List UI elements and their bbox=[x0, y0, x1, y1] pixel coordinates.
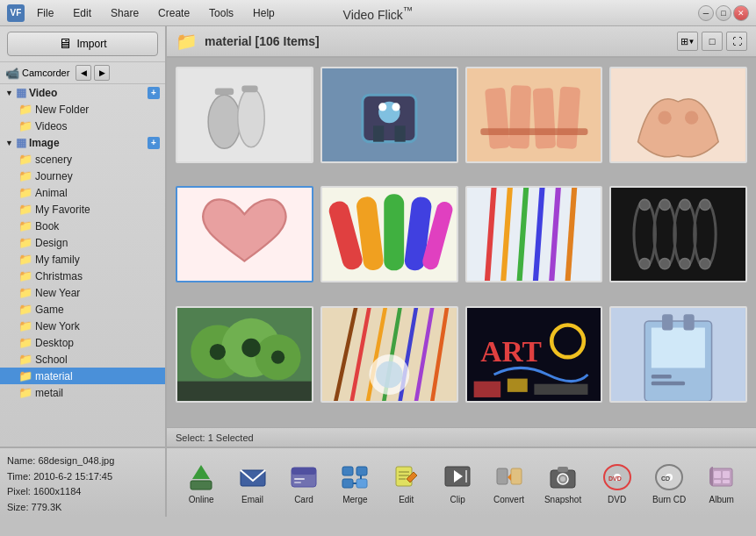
svg-point-52 bbox=[210, 343, 226, 359]
svg-rect-118 bbox=[723, 471, 730, 478]
sidebar-item-new-year[interactable]: 📁 New Year bbox=[0, 284, 165, 301]
snapshot-button[interactable]: Snapshot bbox=[539, 459, 587, 507]
sidebar-item-desktop[interactable]: 📁 Desktop bbox=[0, 334, 165, 351]
folder-icon: 📁 bbox=[18, 286, 32, 299]
nav-forward-button[interactable]: ▶ bbox=[94, 65, 110, 81]
edit-button[interactable]: Edit bbox=[385, 459, 428, 507]
album-icon bbox=[706, 461, 738, 493]
sidebar-item-label: Design bbox=[35, 237, 68, 249]
sidebar-item-new-york[interactable]: 📁 New York bbox=[0, 318, 165, 334]
folder-icon: 📁 bbox=[18, 219, 32, 232]
album-button[interactable]: Album bbox=[701, 459, 743, 507]
thumbnail-item[interactable]: ART bbox=[465, 306, 603, 403]
thumb-image-12 bbox=[611, 306, 745, 403]
clip-button[interactable]: Clip bbox=[436, 459, 479, 507]
nav-back-button[interactable]: ◀ bbox=[76, 65, 91, 81]
sidebar-item-design[interactable]: 📁 Design bbox=[0, 234, 165, 251]
thumbnail-grid[interactable]: ART bbox=[167, 58, 756, 427]
sidebar-item-christmas[interactable]: 📁 Christmas bbox=[0, 268, 165, 284]
card-button[interactable]: Card bbox=[283, 459, 325, 507]
sidebar-item-animal[interactable]: 📁 Animal bbox=[0, 184, 165, 201]
sidebar-item-scenery[interactable]: 📁 scenery bbox=[0, 151, 165, 168]
merge-button[interactable]: Merge bbox=[334, 459, 376, 507]
grid-view-button[interactable]: ⊞ ▼ bbox=[677, 32, 698, 51]
folder-icon: 📁 bbox=[18, 303, 32, 316]
file-name: Name: 68design_048.jpg bbox=[7, 454, 158, 469]
thumbnail-item[interactable] bbox=[465, 67, 603, 163]
section-video[interactable]: ▼ ▦ Video + bbox=[0, 84, 165, 101]
folder-icon: 📁 bbox=[18, 369, 32, 382]
video-section-icon: ▦ bbox=[16, 86, 26, 99]
import-button[interactable]: 🖥 Import bbox=[7, 32, 158, 56]
menu-create[interactable]: Create bbox=[151, 5, 197, 21]
sidebar-item-videos[interactable]: 📁 Videos bbox=[0, 118, 165, 134]
menu-help[interactable]: Help bbox=[246, 5, 282, 21]
svg-point-46 bbox=[680, 259, 690, 269]
minimize-button[interactable]: ─ bbox=[698, 5, 714, 21]
tree-scroll[interactable]: ▼ ▦ Video + 📁 New Folder 📁 Videos ▼ ▦ Im… bbox=[0, 84, 165, 447]
sidebar-item-my-favorite[interactable]: 📁 My Favorite bbox=[0, 201, 165, 218]
svg-rect-117 bbox=[714, 471, 721, 478]
single-icon: □ bbox=[709, 36, 716, 46]
thumbnail-item[interactable] bbox=[320, 186, 458, 282]
menu-edit[interactable]: Edit bbox=[66, 5, 98, 21]
thumbnail-item[interactable] bbox=[609, 306, 747, 403]
sidebar-item-material[interactable]: 📁 material bbox=[0, 368, 165, 384]
file-pixel: Pixel: 1600x1184 bbox=[7, 484, 158, 500]
folder-icon: 📁 bbox=[18, 169, 32, 182]
single-view-button[interactable]: □ bbox=[702, 32, 723, 51]
maximize-button[interactable]: □ bbox=[716, 5, 731, 21]
image-add-button[interactable]: + bbox=[148, 137, 160, 149]
online-button[interactable]: Online bbox=[180, 459, 222, 507]
convert-button[interactable]: Convert bbox=[488, 459, 530, 507]
folder-icon: 📁 bbox=[18, 203, 32, 216]
svg-text:ART: ART bbox=[480, 334, 542, 367]
section-image[interactable]: ▼ ▦ Image + bbox=[0, 134, 165, 151]
sidebar-item-new-folder[interactable]: 📁 New Folder bbox=[0, 101, 165, 118]
image-section-icon: ▦ bbox=[16, 136, 26, 149]
merge-label: Merge bbox=[342, 495, 367, 504]
thumb-image-7 bbox=[467, 186, 601, 282]
svg-point-19 bbox=[659, 111, 672, 124]
sidebar-item-book[interactable]: 📁 Book bbox=[0, 218, 165, 234]
thumbnail-item[interactable] bbox=[176, 306, 313, 403]
sidebar-item-label: My Favorite bbox=[35, 204, 90, 216]
convert-label: Convert bbox=[493, 495, 524, 504]
fullscreen-button[interactable]: ⛶ bbox=[726, 32, 747, 51]
sidebar-item-game[interactable]: 📁 Game bbox=[0, 301, 165, 318]
email-button[interactable]: Email bbox=[232, 459, 274, 507]
online-label: Online bbox=[189, 495, 214, 504]
menu-file[interactable]: File bbox=[30, 5, 61, 21]
nav-device-icon: 📹 bbox=[5, 67, 19, 80]
thumbnail-item[interactable] bbox=[176, 186, 313, 282]
thumbnail-item[interactable] bbox=[320, 306, 458, 403]
thumbnail-item[interactable] bbox=[609, 67, 747, 163]
svg-rect-85 bbox=[294, 482, 301, 483]
sidebar-item-metail[interactable]: 📁 metail bbox=[0, 384, 165, 401]
menu-tools[interactable]: Tools bbox=[202, 5, 241, 21]
thumbnail-item[interactable] bbox=[465, 186, 603, 282]
nav-label: Camcorder bbox=[22, 68, 69, 78]
thumbnail-item[interactable] bbox=[609, 186, 747, 282]
burn-cd-button[interactable]: CD Burn CD bbox=[647, 459, 691, 507]
video-add-button[interactable]: + bbox=[148, 87, 160, 99]
dvd-button[interactable]: DVD DVD bbox=[596, 459, 638, 507]
content-header: 📁 material [106 Items] ⊞ ▼ □ ⛶ bbox=[167, 26, 756, 58]
online-icon bbox=[185, 461, 217, 493]
thumb-image-9 bbox=[177, 306, 312, 403]
sidebar: 🖥 Import 📹 Camcorder ◀ ▶ ▼ ▦ Video + 📁 N… bbox=[0, 26, 167, 447]
thumbnail-item[interactable] bbox=[320, 67, 458, 163]
menu-share[interactable]: Share bbox=[104, 5, 146, 21]
toolbar: Online Email Card Merge bbox=[167, 448, 756, 517]
sidebar-item-school[interactable]: 📁 School bbox=[0, 351, 165, 368]
svg-rect-14 bbox=[508, 85, 530, 149]
thumbnail-item[interactable] bbox=[176, 67, 313, 163]
sidebar-item-label: New Folder bbox=[35, 104, 89, 116]
folder-icon: 📁 bbox=[18, 319, 32, 332]
svg-rect-4 bbox=[241, 85, 257, 92]
sidebar-item-my-family[interactable]: 📁 My family bbox=[0, 251, 165, 268]
svg-rect-77 bbox=[652, 375, 672, 379]
close-button[interactable]: ✕ bbox=[733, 5, 749, 21]
merge-icon bbox=[339, 461, 371, 493]
sidebar-item-journey[interactable]: 📁 Journey bbox=[0, 168, 165, 184]
